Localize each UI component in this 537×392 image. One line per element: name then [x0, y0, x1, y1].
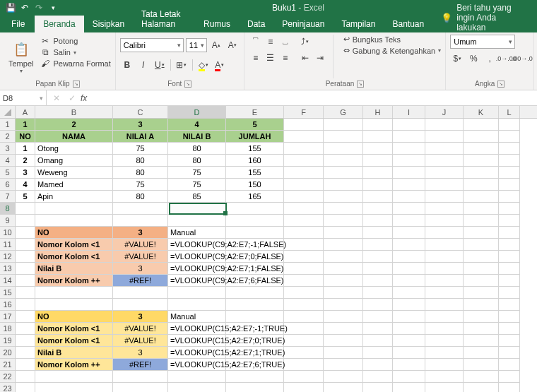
clipboard-dialog-launcher[interactable]: ↘: [73, 81, 80, 88]
cell[interactable]: =VLOOKUP(C15;A2:E7;6;TRUE): [168, 359, 226, 371]
cancel-formula-icon[interactable]: ✕: [49, 91, 64, 105]
cell[interactable]: =VLOOKUP(C15;A2:E7;1;TRUE): [168, 347, 226, 359]
cell[interactable]: [464, 203, 499, 215]
cell[interactable]: [499, 239, 520, 251]
cell[interactable]: [499, 359, 520, 371]
undo-icon[interactable]: ↶: [18, 1, 31, 14]
col-header-E[interactable]: E: [226, 106, 284, 118]
cell[interactable]: [393, 335, 425, 347]
cell[interactable]: [363, 311, 393, 323]
row-header[interactable]: 22: [0, 371, 16, 383]
cell[interactable]: [226, 287, 284, 299]
cell[interactable]: [168, 371, 226, 383]
tab-review[interactable]: Peninjauan: [273, 16, 333, 32]
cell[interactable]: [226, 371, 284, 383]
cell[interactable]: [393, 203, 425, 215]
cell[interactable]: NO: [35, 227, 113, 239]
bold-button[interactable]: B: [120, 58, 134, 72]
cell[interactable]: [425, 383, 464, 392]
align-top-icon[interactable]: ⎴: [249, 35, 263, 49]
row-header[interactable]: 12: [0, 251, 16, 263]
cell[interactable]: #REF!: [113, 275, 168, 287]
cell[interactable]: [464, 239, 499, 251]
cell[interactable]: [464, 311, 499, 323]
row-header[interactable]: 10: [0, 227, 16, 239]
row-header[interactable]: 4: [0, 155, 16, 167]
cell[interactable]: [393, 371, 425, 383]
cell[interactable]: [16, 215, 35, 227]
cell[interactable]: [393, 191, 425, 203]
cell[interactable]: Weweng: [35, 167, 113, 179]
col-header-A[interactable]: A: [16, 106, 35, 118]
cell[interactable]: Otong: [35, 143, 113, 155]
cell[interactable]: [363, 203, 393, 215]
align-middle-icon[interactable]: ≡: [264, 35, 278, 49]
cell[interactable]: #VALUE!: [113, 251, 168, 263]
increase-indent-icon[interactable]: ⇥: [313, 51, 327, 65]
cell[interactable]: [324, 119, 363, 131]
cell[interactable]: [425, 311, 464, 323]
fx-icon[interactable]: fx: [81, 93, 87, 103]
decrease-decimal-icon[interactable]: .00→.0: [515, 52, 529, 66]
cell[interactable]: [284, 383, 324, 392]
cell[interactable]: =VLOOKUP(C15;A2:E7;-1;TRUE): [168, 323, 226, 335]
cell[interactable]: [113, 215, 168, 227]
cell[interactable]: [324, 239, 363, 251]
cell[interactable]: [324, 347, 363, 359]
cell[interactable]: [284, 143, 324, 155]
merge-center-button[interactable]: ⇔Gabung & Ketengahkan ▾: [343, 46, 441, 55]
row-header[interactable]: 6: [0, 179, 16, 191]
cell[interactable]: [393, 251, 425, 263]
cell[interactable]: [284, 227, 324, 239]
cell[interactable]: [363, 347, 393, 359]
tab-insert[interactable]: Sisipkan: [84, 16, 133, 32]
cell[interactable]: 1: [16, 119, 35, 131]
cut-button[interactable]: ✂Potong: [40, 36, 110, 46]
cell[interactable]: [425, 263, 464, 275]
cell[interactable]: [499, 215, 520, 227]
cell[interactable]: =VLOOKUP(C9;A2:E7;0;FALSE): [168, 251, 226, 263]
cell[interactable]: [16, 263, 35, 275]
cell[interactable]: [284, 251, 324, 263]
cell[interactable]: [363, 251, 393, 263]
cell[interactable]: [324, 287, 363, 299]
cell[interactable]: Nilai B: [35, 263, 113, 275]
cell[interactable]: [499, 227, 520, 239]
row-header[interactable]: 7: [0, 191, 16, 203]
paste-button[interactable]: 📋 Tempel ▾: [4, 35, 37, 78]
col-header-D[interactable]: D: [168, 106, 226, 118]
row-header[interactable]: 11: [0, 239, 16, 251]
cell[interactable]: Omang: [35, 155, 113, 167]
cell[interactable]: [393, 299, 425, 311]
cell[interactable]: [226, 299, 284, 311]
cell[interactable]: 5: [226, 119, 284, 131]
cell[interactable]: [363, 263, 393, 275]
cell[interactable]: [284, 167, 324, 179]
col-header-J[interactable]: J: [425, 106, 464, 118]
cell[interactable]: [324, 179, 363, 191]
cell[interactable]: =VLOOKUP(C15;A2:E7;0;TRUE): [168, 335, 226, 347]
wrap-text-button[interactable]: ↩Bungkus Teks: [343, 35, 441, 44]
cell[interactable]: [425, 359, 464, 371]
cell[interactable]: 75: [168, 179, 226, 191]
cell[interactable]: Nomor Kolom <1: [35, 251, 113, 263]
cell[interactable]: [16, 287, 35, 299]
number-dialog-launcher[interactable]: ↘: [497, 81, 504, 88]
redo-icon[interactable]: ↷: [33, 1, 45, 14]
row-header[interactable]: 20: [0, 347, 16, 359]
cell[interactable]: [284, 215, 324, 227]
cell[interactable]: [499, 251, 520, 263]
cell[interactable]: [464, 215, 499, 227]
cell[interactable]: [464, 227, 499, 239]
accounting-format-icon[interactable]: $: [450, 52, 464, 66]
cell[interactable]: [363, 383, 393, 392]
cell[interactable]: [363, 167, 393, 179]
cell[interactable]: [324, 155, 363, 167]
cell[interactable]: =VLOOKUP(C9;A2:E7;-1;FALSE): [168, 239, 226, 251]
cell[interactable]: Nomor Kolom ++: [35, 275, 113, 287]
cell[interactable]: 3: [113, 347, 168, 359]
qat-customize-icon[interactable]: ▾: [47, 1, 59, 14]
col-header-C[interactable]: C: [113, 106, 168, 118]
cell[interactable]: [425, 155, 464, 167]
tab-formulas[interactable]: Rumus: [195, 16, 239, 32]
